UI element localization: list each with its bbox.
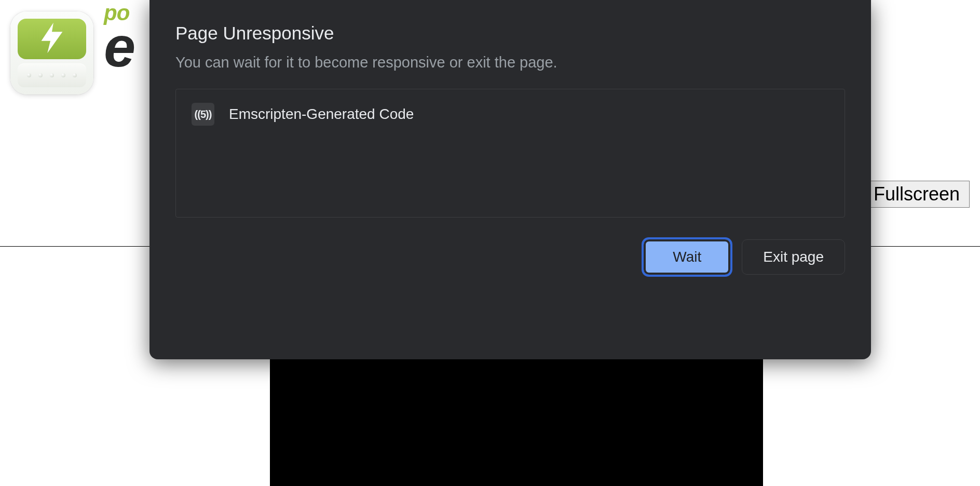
logo-dot (73, 73, 77, 77)
page-unresponsive-dialog: Page Unresponsive You can wait for it to… (149, 0, 871, 359)
logo-dot (61, 73, 65, 77)
dialog-title: Page Unresponsive (175, 23, 845, 44)
logo-bottom-panel (18, 63, 86, 87)
page-root: po e Fullscreen Page Unresponsive You ca… (0, 0, 980, 486)
dialog-subtitle: You can wait for it to become responsive… (175, 54, 845, 71)
dialog-button-row: Wait Exit page (175, 239, 845, 275)
wordart-large: e (104, 24, 132, 70)
logo-dot (50, 73, 54, 77)
broadcast-icon: ((5)) (192, 103, 214, 126)
frozen-page-title: Emscripten-Generated Code (229, 106, 414, 123)
logo-top-panel (18, 19, 86, 59)
emscripten-wordart: po e (104, 2, 132, 70)
fullscreen-button[interactable]: Fullscreen (864, 181, 970, 208)
logo-dot (38, 73, 43, 77)
wait-button[interactable]: Wait (644, 239, 730, 275)
exit-page-button[interactable]: Exit page (742, 239, 845, 275)
emscripten-logo (10, 11, 93, 95)
frozen-page-item: ((5)) Emscripten-Generated Code (192, 103, 829, 126)
frozen-pages-list: ((5)) Emscripten-Generated Code (175, 89, 845, 218)
logo-dot (27, 73, 31, 77)
lightning-icon (34, 20, 70, 58)
